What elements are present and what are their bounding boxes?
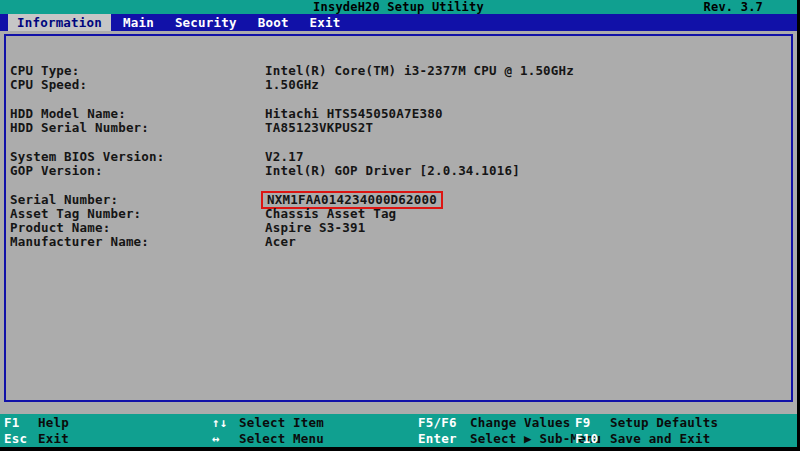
field-label: Asset Tag Number: bbox=[10, 207, 265, 221]
tab-security[interactable]: Security bbox=[166, 14, 246, 31]
help-enter: EnterSelect ▶ Sub-Menu bbox=[418, 431, 575, 447]
key-f9: F9 bbox=[575, 415, 610, 431]
field-value: Intel(R) Core(TM) i3-2377M CPU @ 1.50GHz bbox=[265, 64, 574, 78]
hdd-group: HDD Model Name: Hitachi HTS545050A7E380 … bbox=[10, 107, 791, 135]
app-title: InsydeH20 Setup Utility bbox=[0, 0, 797, 14]
info-row-gop-version: GOP Version: Intel(R) GOP Driver [2.0.34… bbox=[10, 164, 791, 178]
arrows-left-right-icon: ↔ bbox=[212, 431, 239, 447]
info-row-hdd-model: HDD Model Name: Hitachi HTS545050A7E380 bbox=[10, 107, 791, 121]
help-select-menu: ↔Select Menu bbox=[212, 431, 418, 447]
help-label: Change Values bbox=[470, 415, 570, 430]
field-label: Serial Number: bbox=[10, 193, 265, 207]
field-value: Chassis Asset Tag bbox=[265, 207, 396, 221]
field-value: Intel(R) GOP Driver [2.0.34.1016] bbox=[265, 164, 520, 178]
key-esc: Esc bbox=[4, 431, 38, 447]
key-f1: F1 bbox=[4, 415, 38, 431]
field-value: V2.17 bbox=[265, 150, 304, 164]
field-label: System BIOS Version: bbox=[10, 150, 265, 164]
field-value: Acer bbox=[265, 235, 296, 249]
tab-information[interactable]: Information bbox=[8, 14, 111, 31]
bios-version-group: System BIOS Version: V2.17 GOP Version: … bbox=[10, 150, 791, 178]
tab-exit[interactable]: Exit bbox=[301, 14, 350, 31]
revision-label: Rev. 3.7 bbox=[704, 0, 763, 14]
key-enter: Enter bbox=[418, 431, 470, 447]
info-row-hdd-serial: HDD Serial Number: TA85123VKPUS2T bbox=[10, 121, 791, 135]
help-select-item: ↑↓Select Item bbox=[212, 415, 418, 431]
field-label: HDD Serial Number: bbox=[10, 121, 265, 135]
field-value: Aspire S3-391 bbox=[265, 221, 365, 235]
field-label: CPU Type: bbox=[10, 64, 265, 78]
content-area: CPU Type: Intel(R) Core(TM) i3-2377M CPU… bbox=[0, 31, 797, 414]
product-group: Serial Number: NXM1FAA014234000D62000 As… bbox=[10, 193, 791, 249]
help-label: Exit bbox=[38, 431, 69, 446]
field-value: 1.50GHz bbox=[265, 78, 319, 92]
arrows-up-down-icon: ↑↓ bbox=[212, 415, 239, 431]
title-bar: InsydeH20 Setup Utility Rev. 3.7 bbox=[0, 0, 797, 14]
help-label: Setup Defaults bbox=[610, 415, 718, 430]
help-f1: F1Help bbox=[0, 415, 212, 431]
help-label: Help bbox=[38, 415, 69, 430]
info-row-asset-tag: Asset Tag Number: Chassis Asset Tag bbox=[10, 207, 791, 221]
field-label: GOP Version: bbox=[10, 164, 265, 178]
help-f9: F9Setup Defaults bbox=[575, 415, 797, 431]
info-row-cpu-type: CPU Type: Intel(R) Core(TM) i3-2377M CPU… bbox=[10, 64, 791, 78]
key-f10: F10 bbox=[575, 431, 610, 447]
menu-bar: Information Main Security Boot Exit bbox=[0, 14, 797, 31]
key-f5-f6: F5/F6 bbox=[418, 415, 470, 431]
field-label: Manufacturer Name: bbox=[10, 235, 265, 249]
info-panel: CPU Type: Intel(R) Core(TM) i3-2377M CPU… bbox=[4, 34, 793, 402]
help-label: Select Item bbox=[239, 415, 324, 430]
field-label: HDD Model Name: bbox=[10, 107, 265, 121]
field-label: Product Name: bbox=[10, 221, 265, 235]
info-row-bios-version: System BIOS Version: V2.17 bbox=[10, 150, 791, 164]
info-row-cpu-speed: CPU Speed: 1.50GHz bbox=[10, 78, 791, 92]
help-bar: F1Help ↑↓Select Item F5/F6Change Values … bbox=[0, 414, 797, 447]
info-row-manufacturer: Manufacturer Name: Acer bbox=[10, 235, 791, 249]
help-label: Select Menu bbox=[239, 431, 324, 446]
cpu-group: CPU Type: Intel(R) Core(TM) i3-2377M CPU… bbox=[10, 64, 791, 92]
field-value: Hitachi HTS545050A7E380 bbox=[265, 107, 443, 121]
help-f10: F10Save and Exit bbox=[575, 431, 797, 447]
field-value: TA85123VKPUS2T bbox=[265, 121, 373, 135]
help-label: Save and Exit bbox=[610, 431, 710, 446]
bios-setup-screen: InsydeH20 Setup Utility Rev. 3.7 Informa… bbox=[0, 0, 800, 451]
info-row-product-name: Product Name: Aspire S3-391 bbox=[10, 221, 791, 235]
info-row-serial-number: Serial Number: NXM1FAA014234000D62000 bbox=[10, 193, 791, 207]
help-f5-f6: F5/F6Change Values bbox=[418, 415, 575, 431]
field-label: CPU Speed: bbox=[10, 78, 265, 92]
tab-boot[interactable]: Boot bbox=[249, 14, 298, 31]
tab-main[interactable]: Main bbox=[114, 14, 163, 31]
help-esc: EscExit bbox=[0, 431, 212, 447]
